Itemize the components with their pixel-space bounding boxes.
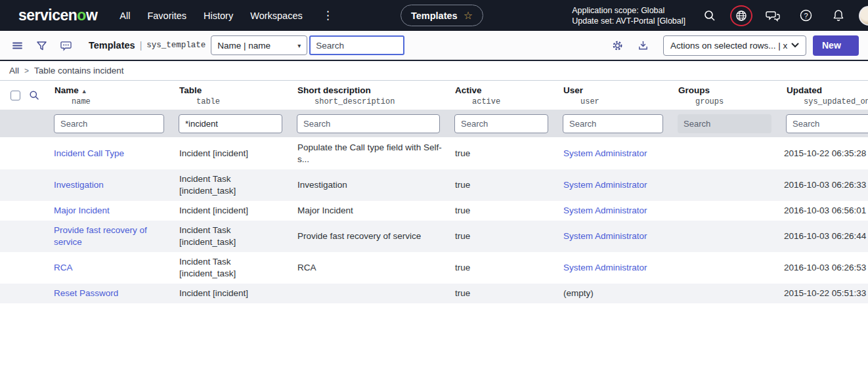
favorite-star-icon[interactable]: ☆ — [464, 11, 473, 21]
column-label: Table — [179, 85, 202, 95]
highlight-ring — [730, 5, 752, 26]
filter-input-user[interactable] — [563, 114, 663, 133]
cell-updated: 2016-10-03 06:26:33 — [781, 175, 868, 195]
table-row: Incident Call Type Incident [incident] P… — [0, 137, 868, 169]
column-header-row: Name▲ name Table table Short description… — [0, 81, 868, 110]
record-link[interactable]: Provide fast recovery of service — [54, 225, 147, 247]
column-header-groups[interactable]: Groups groups — [673, 81, 781, 109]
cell-updated: 2016-10-03 06:26:44 — [781, 226, 868, 246]
cell-short-description: Populate the Call type field with Self-s… — [292, 138, 450, 169]
breadcrumb-filter-condition[interactable]: Table contains incident — [34, 66, 124, 75]
cell-groups — [673, 150, 781, 158]
column-header-active[interactable]: Active active — [450, 81, 558, 109]
cell-table: Incident [incident] — [174, 284, 292, 303]
row-gutter — [0, 232, 49, 240]
globe-icon[interactable] — [735, 9, 748, 22]
cell-table: Incident Task [incident_task] — [174, 169, 292, 201]
breadcrumb-all[interactable]: All — [9, 66, 19, 75]
search-row-toggle-icon[interactable] — [29, 90, 39, 100]
row-gutter — [0, 181, 49, 189]
column-label: User — [563, 85, 583, 95]
user-link[interactable]: System Administrator — [563, 148, 647, 158]
actions-select-value: Actions on selected rows... | x — [670, 41, 787, 51]
new-record-button[interactable]: New — [813, 35, 859, 56]
search-field-select[interactable]: Name | name ▾ — [211, 35, 307, 55]
table-row: Investigation Incident Task [incident_ta… — [0, 169, 868, 201]
cell-user-empty: (empty) — [558, 284, 673, 303]
help-icon[interactable]: ? — [793, 9, 818, 22]
list-toolbar: Templates | sys_template Name | name ▾ A… — [0, 31, 868, 61]
column-label: Short description — [297, 85, 371, 95]
nav-item-all[interactable]: All — [119, 11, 130, 21]
cell-table: Incident Task [incident_task] — [174, 252, 292, 284]
row-gutter — [0, 264, 49, 272]
column-label: Groups — [678, 85, 710, 95]
cell-updated: 2016-10-03 06:26:53 — [781, 258, 868, 278]
filter-input-name[interactable] — [54, 114, 164, 133]
nav-right-cluster: Application scope: Global Update set: AV… — [572, 5, 868, 26]
column-field-name: table — [179, 97, 287, 106]
cell-short-description — [292, 290, 450, 297]
column-header-updated[interactable]: Updated sys_updated_on — [781, 81, 868, 109]
comment-icon[interactable] — [60, 40, 72, 51]
export-download-icon[interactable] — [638, 40, 649, 51]
user-link[interactable]: System Administrator — [563, 231, 647, 241]
search-field-value: Name | name — [217, 41, 271, 51]
column-field-name: user — [563, 97, 668, 106]
templates-tab-pill[interactable]: Templates ☆ — [401, 5, 483, 26]
notifications-bell-icon[interactable] — [826, 9, 851, 22]
cell-table: Incident [incident] — [174, 144, 292, 163]
user-link[interactable]: System Administrator — [563, 205, 647, 215]
cell-short-description: Investigation — [292, 175, 450, 195]
column-header-short-description[interactable]: Short description short_description — [292, 81, 450, 109]
cell-active: true — [450, 258, 558, 278]
cell-groups — [673, 207, 781, 215]
application-scope-info: Application scope: Global Update set: AV… — [572, 5, 685, 26]
nav-item-favorites[interactable]: Favorites — [147, 11, 186, 21]
filter-input-table[interactable] — [179, 114, 282, 133]
filter-input-active[interactable] — [454, 114, 548, 133]
cell-table: Incident Task [incident_task] — [174, 221, 292, 252]
chevron-down-icon: ▾ — [297, 42, 301, 49]
record-link[interactable]: RCA — [54, 263, 73, 272]
nav-item-workspaces[interactable]: Workspaces — [250, 11, 303, 21]
select-all-checkbox[interactable] — [11, 91, 20, 100]
personalize-gear-icon[interactable] — [612, 40, 623, 51]
actions-on-rows-select[interactable]: Actions on selected rows... | x — [663, 35, 806, 56]
connect-chat-icon[interactable] — [760, 9, 785, 22]
cell-active: true — [450, 144, 558, 163]
cell-active: true — [450, 201, 558, 221]
pill-label: Templates — [411, 11, 458, 21]
filter-icon[interactable] — [36, 40, 47, 51]
filter-input-updated[interactable] — [786, 114, 868, 133]
cell-short-description: Major Incident — [292, 201, 450, 221]
logo-text: servicen — [18, 7, 77, 24]
record-link[interactable]: Investigation — [54, 180, 104, 190]
record-link[interactable]: Reset Password — [54, 288, 118, 298]
cell-active: true — [450, 284, 558, 303]
user-link[interactable]: System Administrator — [563, 180, 647, 190]
list-search-input[interactable] — [309, 35, 404, 55]
nav-item-history[interactable]: History — [204, 11, 233, 21]
column-filter-row — [0, 110, 868, 137]
user-avatar[interactable] — [859, 6, 868, 26]
table-technical-name: sys_template — [146, 41, 206, 50]
column-field-name: sys_updated_on — [787, 97, 868, 106]
column-header-user[interactable]: User user — [558, 81, 673, 109]
record-link[interactable]: Incident Call Type — [54, 148, 124, 158]
list-menu-icon[interactable] — [12, 40, 23, 51]
table-row: RCA Incident Task [incident_task] RCA tr… — [0, 252, 868, 284]
record-link[interactable]: Major Incident — [54, 205, 110, 215]
column-field-name: name — [54, 97, 169, 106]
application-scope-line: Application scope: Global — [572, 5, 685, 16]
column-header-name[interactable]: Name▲ name — [49, 81, 174, 109]
column-header-table[interactable]: Table table — [174, 81, 292, 109]
more-menu-icon[interactable]: ⋮ — [320, 9, 336, 22]
filter-input-short-description[interactable] — [297, 114, 440, 133]
cell-active: true — [450, 175, 558, 195]
user-link[interactable]: System Administrator — [563, 263, 647, 272]
servicenow-logo[interactable]: servicenow — [18, 7, 97, 24]
table-row: Provide fast recovery of service Inciden… — [0, 221, 868, 252]
search-icon[interactable] — [697, 9, 722, 22]
sort-ascending-icon: ▲ — [81, 88, 87, 95]
